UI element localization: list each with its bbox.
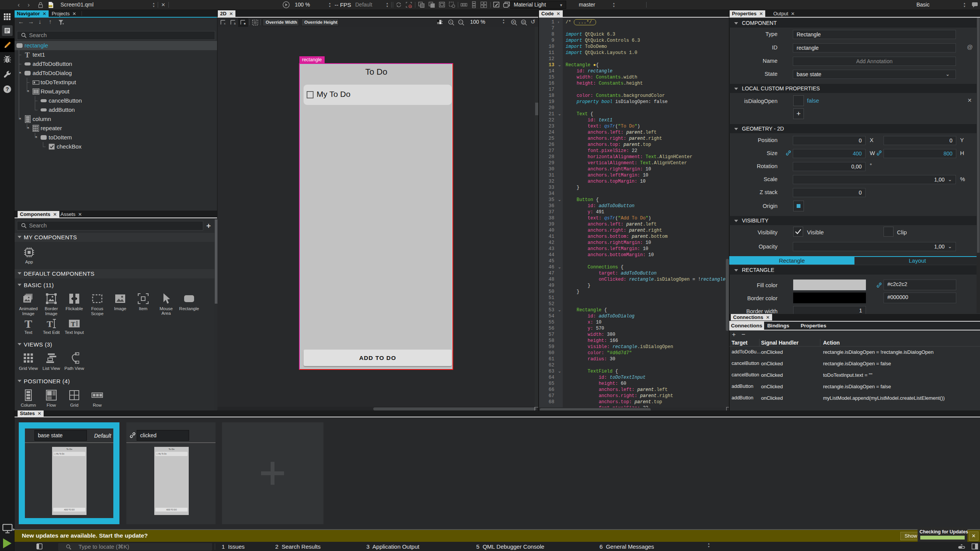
svg-text:x: x (224, 22, 225, 25)
svg-text:+: + (450, 20, 452, 24)
svg-text:■: ■ (244, 22, 246, 25)
svg-text:⊙: ⊙ (522, 20, 525, 24)
svg-text:ā: ā (234, 22, 236, 25)
svg-text:T: T (71, 320, 75, 328)
svg-text:✕: ✕ (512, 20, 515, 24)
svg-text:qml: qml (49, 5, 52, 7)
svg-text:T: T (24, 317, 32, 330)
svg-text:?: ? (6, 86, 9, 92)
svg-text:T: T (47, 319, 53, 329)
svg-text:−: − (460, 20, 462, 24)
